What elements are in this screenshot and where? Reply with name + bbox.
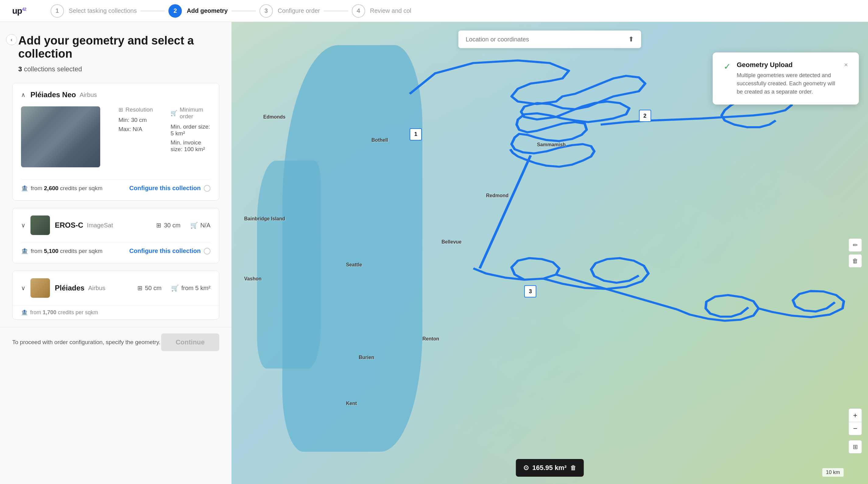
step-1-circle: 1 (51, 4, 64, 18)
eros-c-credits-icon: 🏦 (21, 248, 28, 255)
pleiades-neo-chevron: ∧ (21, 91, 26, 98)
collections-selected-label: 3 collections selected (18, 65, 219, 73)
continue-button[interactable]: Continue (161, 334, 219, 351)
geometry-area-value: 165.95 km² (532, 464, 567, 472)
min-invoice-size: Min. invoice size: 100 km² (170, 139, 211, 153)
pleiades-neo-title-group: Pléiades Neo Airbus (30, 90, 211, 99)
logo: up42 (12, 6, 26, 16)
eros-c-chevron: ∨ (21, 222, 26, 229)
step-2[interactable]: 2 Add geometry (168, 4, 227, 18)
step-2-label: Add geometry (187, 7, 227, 14)
page-title: Add your geometry and select a collectio… (18, 34, 219, 60)
pleiades-credits-partial: from 1,700 credits per sqkm (30, 309, 98, 316)
step-connector-1 (141, 11, 165, 11)
collection-card-pleiades: ∨ Pléiades Airbus ⊞ 50 cm 🛒 from 5 km² (12, 271, 219, 320)
pleiades-neo-configure-button[interactable]: Configure this collection (129, 185, 211, 192)
pleiades-neo-image (21, 106, 100, 167)
credits-suffix: credits per sqkm (60, 185, 102, 191)
eros-c-credits-value: 5,100 (44, 248, 59, 254)
pleiades-thumbnail (30, 278, 50, 298)
eros-c-configure-button[interactable]: Configure this collection (129, 248, 211, 255)
resolution-max: Max: N/A (119, 126, 158, 133)
pleiades-header[interactable]: ∨ Pléiades Airbus ⊞ 50 cm 🛒 from 5 km² (12, 271, 219, 305)
map-water-west (257, 161, 321, 369)
toast-close-button[interactable]: × (844, 61, 848, 69)
geometry-delete-button[interactable]: 🗑 (570, 464, 576, 472)
collections-count: 3 (18, 65, 22, 73)
top-nav: up42 1 Select tasking collections 2 Add … (0, 0, 868, 22)
step-3-circle: 3 (259, 4, 273, 18)
eros-c-thumbnail (30, 216, 50, 235)
toast-title: Geometry Upload (737, 61, 838, 69)
map-tools: ✏ 🗑 (848, 238, 862, 267)
logo-text: up42 (12, 6, 26, 16)
left-panel: ‹ Add your geometry and select a collect… (0, 22, 231, 484)
pleiades-provider: Airbus (88, 285, 105, 292)
geo-marker-3: 3 (524, 285, 536, 297)
eros-c-res-icon: ⊞ (156, 222, 161, 229)
pleiades-neo-header[interactable]: ∧ Pléiades Neo Airbus (12, 83, 219, 106)
pleiades-res-icon: ⊞ (137, 284, 143, 292)
collection-card-pleiades-neo: ∧ Pléiades Neo Airbus ⊞ Resolutio (12, 83, 219, 201)
configure-label: Configure this collection (129, 185, 201, 192)
eros-c-footer: 🏦 from 5,100 credits per sqkm Configure … (12, 242, 219, 263)
step-4-circle: 4 (352, 4, 365, 18)
logo-sup: 42 (22, 6, 26, 11)
step-3[interactable]: 3 Configure order (259, 4, 320, 18)
bottom-bar: To proceed with order configuration, spe… (0, 327, 231, 357)
pleiades-neo-footer: 🏦 from 2,600 credits per sqkm Configure … (21, 179, 211, 192)
pleiades-neo-details: ⊞ Resolution Min: 30 cm Max: N/A 🛒 Minim… (21, 106, 211, 173)
map-edit-button[interactable]: ✏ (848, 238, 862, 252)
map-layers-button[interactable]: ⊞ (848, 440, 862, 454)
main-content: ‹ Add your geometry and select a collect… (0, 22, 868, 484)
min-order-size: Min. order size: 5 km² (170, 123, 211, 137)
collection-card-eros-c: ∨ EROS-C ImageSat ⊞ 30 cm 🛒 N/A (12, 208, 219, 263)
pleiades-neo-thumbnail (21, 106, 100, 167)
geo-marker-1: 1 (410, 128, 422, 141)
min-order-header: 🛒 Minimum order (170, 106, 211, 120)
credits-icon: 🏦 (21, 185, 28, 192)
step-4[interactable]: 4 Review and col (352, 4, 411, 18)
eros-c-provider: ImageSat (87, 222, 113, 229)
eros-c-order-icon: 🛒 (190, 222, 198, 229)
resolution-min: Min: 30 cm (119, 117, 158, 123)
step-3-label: Configure order (278, 7, 320, 14)
step-connector-2 (231, 11, 256, 11)
pleiades-resolution: ⊞ 50 cm (137, 284, 161, 292)
map-scale: 10 km (822, 468, 844, 477)
map-search-input[interactable] (466, 36, 625, 43)
pleiades-partial: 🏦 from 1,700 credits per sqkm (12, 305, 219, 319)
toast-content: Geometry Upload Multiple geometries were… (737, 61, 838, 96)
map-zoom-out-button[interactable]: − (848, 422, 862, 435)
toast-body: Multiple geometries were detected and su… (737, 71, 838, 96)
eros-c-header[interactable]: ∨ EROS-C ImageSat ⊞ 30 cm 🛒 N/A (12, 208, 219, 242)
back-button[interactable]: ‹ (6, 34, 17, 45)
toast-check-icon: ✓ (724, 62, 731, 72)
pleiades-neo-info: ⊞ Resolution Min: 30 cm Max: N/A 🛒 Minim… (119, 106, 211, 167)
pleiades-chevron: ∨ (21, 284, 26, 292)
pleiades-min-order: 🛒 from 5 km² (171, 284, 211, 292)
resolution-label: Resolution (125, 106, 153, 113)
pleiades-neo-credits: 🏦 from 2,600 credits per sqkm (21, 185, 102, 192)
step-1[interactable]: 1 Select tasking collections (51, 4, 137, 18)
eros-c-name: EROS-C (55, 221, 83, 229)
eros-c-configure-radio[interactable] (204, 248, 211, 255)
pleiades-title-group: Pléiades Airbus (55, 284, 132, 292)
pleiades-meta: ⊞ 50 cm 🛒 from 5 km² (137, 284, 211, 292)
resolution-col: ⊞ Resolution Min: 30 cm Max: N/A (119, 106, 158, 167)
resolution-header: ⊞ Resolution (119, 106, 158, 113)
resolution-icon: ⊞ (119, 106, 123, 113)
eros-c-configure-label: Configure this collection (129, 248, 201, 255)
configure-radio[interactable] (204, 185, 211, 192)
map-upload-icon[interactable]: ⬆ (628, 35, 634, 43)
map-delete-button[interactable]: 🗑 (848, 254, 862, 267)
min-order-label: Minimum order (180, 106, 211, 120)
eros-c-credits-suffix: credits per sqkm (60, 248, 102, 254)
map-container[interactable]: Seattle Bellevue Edmonds Bothell Redmond… (231, 22, 868, 484)
pleiades-neo-name: Pléiades Neo (30, 90, 76, 99)
pleiades-neo-provider: Airbus (80, 91, 97, 98)
map-zoom-in-button[interactable]: + (848, 408, 862, 422)
map-search-bar: ⬆ (458, 30, 641, 48)
geometry-upload-toast: ✓ Geometry Upload Multiple geometries we… (713, 52, 859, 105)
step-1-label: Select tasking collections (69, 7, 137, 14)
